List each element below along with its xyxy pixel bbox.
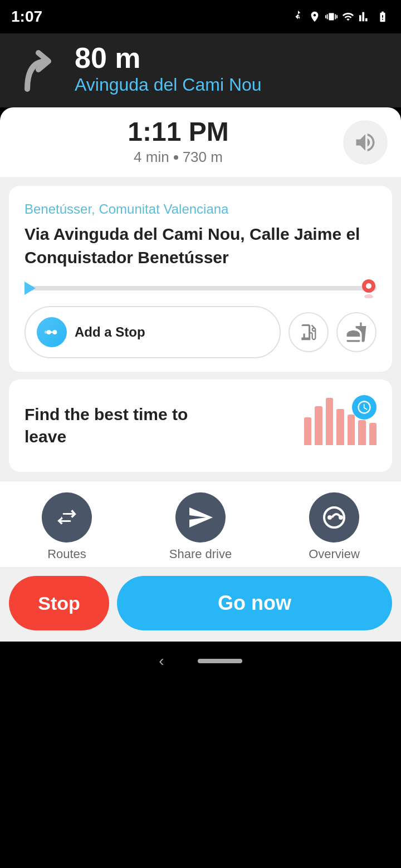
svg-point-2 (364, 294, 373, 298)
find-best-time-card[interactable]: Find the best time to leave (9, 379, 392, 472)
chart-bar (326, 398, 333, 445)
eta-bar: 1:11 PM 4 min 730 m (0, 107, 401, 177)
share-circle (175, 492, 226, 542)
battery-icon (375, 11, 390, 23)
cards-section: Benetússer, Comunitat Valenciana Via Avi… (0, 177, 401, 481)
bottom-toolbar: Routes Share drive Overview (0, 481, 401, 567)
toolbar-share[interactable]: Share drive (134, 492, 267, 561)
toolbar-routes[interactable]: Routes (0, 492, 134, 561)
gas-station-button[interactable] (288, 312, 329, 352)
toolbar-overview[interactable]: Overview (267, 492, 401, 561)
time-card-visual (304, 395, 376, 456)
destination-address: Via Avinguda del Cami Nou, Calle Jaime e… (25, 223, 376, 269)
home-pill[interactable] (198, 659, 242, 663)
chart-bar (315, 406, 322, 445)
chart-bar (348, 415, 355, 445)
eta-details: 4 min 730 m (134, 149, 223, 166)
add-stop-label: Add a Stop (75, 324, 145, 340)
turn-arrow (13, 45, 63, 95)
stop-button[interactable]: Stop (9, 576, 109, 630)
back-button[interactable]: ‹ (159, 652, 164, 670)
action-row: Add a Stop (25, 306, 376, 358)
eta-dot (174, 155, 178, 160)
chart-bar (358, 420, 365, 445)
restaurant-button[interactable] (336, 312, 376, 352)
bluetooth-icon (292, 11, 304, 23)
progress-fill (25, 286, 376, 290)
overview-label: Overview (309, 547, 360, 561)
progress-start-indicator (25, 282, 36, 295)
routes-circle (42, 492, 92, 542)
vibrate-icon (325, 11, 338, 23)
svg-point-8 (339, 515, 343, 520)
svg-point-1 (366, 283, 371, 289)
add-stop-button[interactable]: Add a Stop (25, 306, 281, 358)
chart-bar (369, 423, 376, 445)
navigation-header: 80 m Avinguda del Cami Nou (0, 33, 401, 107)
nav-distance: 80 m (75, 43, 388, 72)
signal-icon (359, 11, 371, 23)
chart-bar (336, 409, 344, 445)
nav-info: 80 m Avinguda del Cami Nou (75, 43, 388, 95)
nav-street: Avinguda del Cami Nou (75, 75, 388, 95)
eta-distance: 730 m (183, 149, 223, 166)
bottom-actions: Stop Go now (0, 567, 401, 642)
time-card-text: Find the best time to leave (25, 403, 214, 448)
share-label: Share drive (169, 547, 232, 561)
wifi-icon (342, 11, 354, 23)
svg-point-7 (327, 515, 332, 520)
add-stop-icon (37, 317, 67, 347)
destination-region: Benetússer, Comunitat Valenciana (25, 201, 376, 217)
overview-circle (309, 492, 359, 542)
chart-bar (304, 417, 311, 445)
android-nav-bar: ‹ (0, 642, 401, 680)
progress-bar (25, 286, 376, 290)
status-icons (292, 11, 390, 23)
status-bar: 1:07 (0, 0, 401, 33)
status-time: 1:07 (11, 8, 42, 26)
eta-minutes: 4 min (134, 149, 169, 166)
clock-badge (352, 395, 376, 420)
eta-info: 1:11 PM 4 min 730 m (13, 119, 343, 166)
svg-point-5 (45, 331, 47, 333)
sound-button[interactable] (343, 120, 388, 165)
eta-time: 1:11 PM (128, 119, 228, 145)
routes-label: Routes (47, 547, 86, 561)
progress-end-indicator (359, 278, 379, 298)
go-now-button[interactable]: Go now (117, 576, 392, 630)
location-icon (309, 11, 321, 23)
destination-card: Benetússer, Comunitat Valenciana Via Avi… (9, 186, 392, 372)
